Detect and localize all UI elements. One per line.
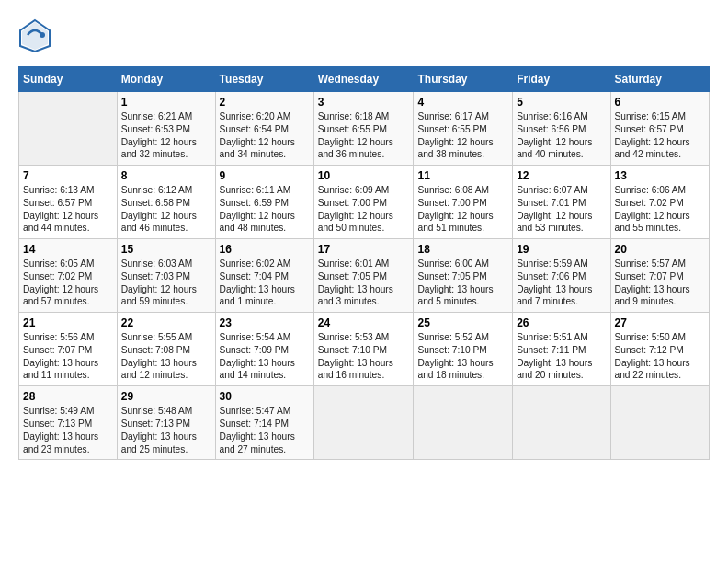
calendar-cell: 30Sunrise: 5:47 AM Sunset: 7:14 PM Dayli… xyxy=(215,386,313,460)
calendar-cell: 7Sunrise: 6:13 AM Sunset: 6:57 PM Daylig… xyxy=(19,166,118,239)
day-info: Sunrise: 6:09 AM Sunset: 7:00 PM Dayligh… xyxy=(318,184,410,235)
col-header-tuesday: Tuesday xyxy=(215,67,313,92)
day-info: Sunrise: 6:03 AM Sunset: 7:03 PM Dayligh… xyxy=(121,258,211,308)
day-info: Sunrise: 6:15 AM Sunset: 6:57 PM Dayligh… xyxy=(615,110,705,161)
day-info: Sunrise: 5:49 AM Sunset: 7:13 PM Dayligh… xyxy=(23,405,113,455)
col-header-thursday: Thursday xyxy=(414,67,513,92)
col-header-friday: Friday xyxy=(513,67,610,92)
day-info: Sunrise: 6:02 AM Sunset: 7:04 PM Dayligh… xyxy=(220,258,310,308)
calendar-cell: 13Sunrise: 6:06 AM Sunset: 7:02 PM Dayli… xyxy=(610,166,709,239)
day-number: 16 xyxy=(220,243,310,256)
svg-point-2 xyxy=(40,32,45,38)
day-info: Sunrise: 5:50 AM Sunset: 7:12 PM Dayligh… xyxy=(615,331,705,382)
calendar-cell: 15Sunrise: 6:03 AM Sunset: 7:03 PM Dayli… xyxy=(117,239,215,313)
calendar-cell: 25Sunrise: 5:52 AM Sunset: 7:10 PM Dayli… xyxy=(414,313,513,386)
calendar-cell: 24Sunrise: 5:53 AM Sunset: 7:10 PM Dayli… xyxy=(313,313,414,386)
col-header-wednesday: Wednesday xyxy=(313,67,414,92)
calendar-cell: 18Sunrise: 6:00 AM Sunset: 7:05 PM Dayli… xyxy=(414,239,513,313)
day-info: Sunrise: 5:57 AM Sunset: 7:07 PM Dayligh… xyxy=(615,258,705,308)
calendar-cell: 5Sunrise: 6:16 AM Sunset: 6:56 PM Daylig… xyxy=(513,92,610,166)
day-info: Sunrise: 6:20 AM Sunset: 6:54 PM Dayligh… xyxy=(220,110,310,161)
day-info: Sunrise: 6:01 AM Sunset: 7:05 PM Dayligh… xyxy=(318,258,410,308)
day-info: Sunrise: 5:52 AM Sunset: 7:10 PM Dayligh… xyxy=(417,331,508,382)
day-info: Sunrise: 6:06 AM Sunset: 7:02 PM Dayligh… xyxy=(615,184,705,235)
day-info: Sunrise: 6:21 AM Sunset: 6:53 PM Dayligh… xyxy=(121,110,211,161)
calendar-cell: 19Sunrise: 5:59 AM Sunset: 7:06 PM Dayli… xyxy=(513,239,610,313)
day-number: 2 xyxy=(220,96,310,109)
day-number: 15 xyxy=(121,243,211,256)
calendar-cell: 9Sunrise: 6:11 AM Sunset: 6:59 PM Daylig… xyxy=(215,166,313,239)
logo-icon xyxy=(18,18,51,52)
calendar-cell: 10Sunrise: 6:09 AM Sunset: 7:00 PM Dayli… xyxy=(313,166,414,239)
day-number: 25 xyxy=(417,316,508,329)
day-number: 23 xyxy=(220,316,310,329)
day-info: Sunrise: 5:51 AM Sunset: 7:11 PM Dayligh… xyxy=(517,331,606,382)
day-number: 27 xyxy=(615,316,705,329)
day-info: Sunrise: 6:18 AM Sunset: 6:55 PM Dayligh… xyxy=(318,110,410,161)
calendar-cell: 11Sunrise: 6:08 AM Sunset: 7:00 PM Dayli… xyxy=(414,166,513,239)
calendar-cell: 28Sunrise: 5:49 AM Sunset: 7:13 PM Dayli… xyxy=(19,386,118,460)
day-number: 9 xyxy=(220,169,310,182)
calendar-cell xyxy=(414,386,513,460)
week-row-1: 1Sunrise: 6:21 AM Sunset: 6:53 PM Daylig… xyxy=(19,92,710,166)
day-number: 13 xyxy=(615,169,705,182)
day-number: 29 xyxy=(121,390,211,403)
day-info: Sunrise: 6:11 AM Sunset: 6:59 PM Dayligh… xyxy=(220,184,310,235)
day-number: 17 xyxy=(318,243,410,256)
day-number: 5 xyxy=(517,96,606,109)
day-number: 30 xyxy=(220,390,310,403)
calendar-cell xyxy=(513,386,610,460)
day-info: Sunrise: 6:13 AM Sunset: 6:57 PM Dayligh… xyxy=(23,184,113,235)
day-number: 1 xyxy=(121,96,211,109)
header-row: SundayMondayTuesdayWednesdayThursdayFrid… xyxy=(19,67,710,92)
calendar-table: SundayMondayTuesdayWednesdayThursdayFrid… xyxy=(18,66,710,460)
day-info: Sunrise: 5:59 AM Sunset: 7:06 PM Dayligh… xyxy=(517,258,606,308)
day-info: Sunrise: 5:55 AM Sunset: 7:08 PM Dayligh… xyxy=(121,331,211,382)
day-number: 3 xyxy=(318,96,410,109)
week-row-4: 21Sunrise: 5:56 AM Sunset: 7:07 PM Dayli… xyxy=(19,313,710,386)
col-header-monday: Monday xyxy=(117,67,215,92)
calendar-cell xyxy=(19,92,118,166)
calendar-cell: 4Sunrise: 6:17 AM Sunset: 6:55 PM Daylig… xyxy=(414,92,513,166)
col-header-sunday: Sunday xyxy=(19,67,118,92)
day-info: Sunrise: 5:53 AM Sunset: 7:10 PM Dayligh… xyxy=(318,331,410,382)
day-info: Sunrise: 6:07 AM Sunset: 7:01 PM Dayligh… xyxy=(517,184,606,235)
calendar-cell: 23Sunrise: 5:54 AM Sunset: 7:09 PM Dayli… xyxy=(215,313,313,386)
day-number: 8 xyxy=(121,169,211,182)
day-number: 24 xyxy=(318,316,410,329)
day-info: Sunrise: 6:16 AM Sunset: 6:56 PM Dayligh… xyxy=(517,110,606,161)
day-number: 11 xyxy=(417,169,508,182)
calendar-cell: 6Sunrise: 6:15 AM Sunset: 6:57 PM Daylig… xyxy=(610,92,709,166)
day-number: 10 xyxy=(318,169,410,182)
header xyxy=(18,18,710,52)
calendar-cell: 27Sunrise: 5:50 AM Sunset: 7:12 PM Dayli… xyxy=(610,313,709,386)
calendar-cell: 3Sunrise: 6:18 AM Sunset: 6:55 PM Daylig… xyxy=(313,92,414,166)
calendar-cell: 16Sunrise: 6:02 AM Sunset: 7:04 PM Dayli… xyxy=(215,239,313,313)
day-info: Sunrise: 6:00 AM Sunset: 7:05 PM Dayligh… xyxy=(417,258,508,308)
day-number: 20 xyxy=(615,243,705,256)
day-info: Sunrise: 6:05 AM Sunset: 7:02 PM Dayligh… xyxy=(23,258,113,308)
col-header-saturday: Saturday xyxy=(610,67,709,92)
day-info: Sunrise: 5:47 AM Sunset: 7:14 PM Dayligh… xyxy=(220,405,310,455)
day-number: 7 xyxy=(23,169,113,182)
calendar-cell: 29Sunrise: 5:48 AM Sunset: 7:13 PM Dayli… xyxy=(117,386,215,460)
calendar-cell: 21Sunrise: 5:56 AM Sunset: 7:07 PM Dayli… xyxy=(19,313,118,386)
day-number: 21 xyxy=(23,316,113,329)
week-row-2: 7Sunrise: 6:13 AM Sunset: 6:57 PM Daylig… xyxy=(19,166,710,239)
day-info: Sunrise: 6:08 AM Sunset: 7:00 PM Dayligh… xyxy=(417,184,508,235)
day-number: 12 xyxy=(517,169,606,182)
day-number: 19 xyxy=(517,243,606,256)
day-number: 6 xyxy=(615,96,705,109)
calendar-cell: 14Sunrise: 6:05 AM Sunset: 7:02 PM Dayli… xyxy=(19,239,118,313)
calendar-cell: 22Sunrise: 5:55 AM Sunset: 7:08 PM Dayli… xyxy=(117,313,215,386)
day-info: Sunrise: 5:48 AM Sunset: 7:13 PM Dayligh… xyxy=(121,405,211,455)
day-number: 14 xyxy=(23,243,113,256)
day-number: 28 xyxy=(23,390,113,403)
day-number: 4 xyxy=(417,96,508,109)
calendar-cell: 20Sunrise: 5:57 AM Sunset: 7:07 PM Dayli… xyxy=(610,239,709,313)
calendar-cell xyxy=(313,386,414,460)
logo xyxy=(18,18,55,52)
page: SundayMondayTuesdayWednesdayThursdayFrid… xyxy=(0,0,728,469)
calendar-cell xyxy=(610,386,709,460)
calendar-cell: 12Sunrise: 6:07 AM Sunset: 7:01 PM Dayli… xyxy=(513,166,610,239)
